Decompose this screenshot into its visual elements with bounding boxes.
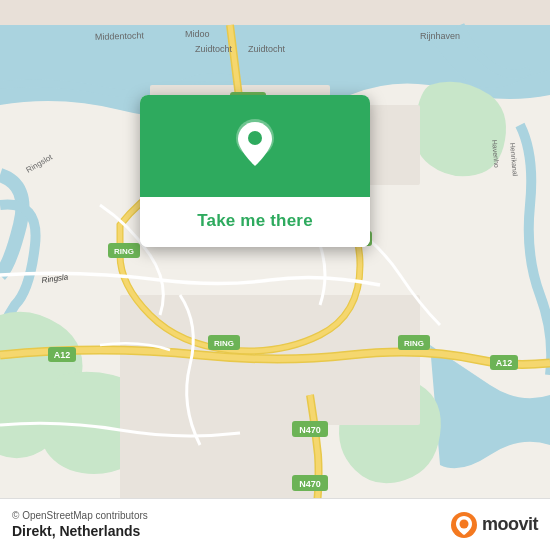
moovit-icon — [450, 511, 478, 539]
osm-attribution: © OpenStreetMap contributors — [12, 510, 148, 521]
location-pin-icon — [228, 117, 282, 171]
svg-text:A12: A12 — [496, 358, 513, 368]
moovit-text: moovit — [482, 514, 538, 535]
svg-text:N470: N470 — [299, 479, 321, 489]
svg-text:N470: N470 — [299, 425, 321, 435]
svg-point-34 — [248, 131, 262, 145]
svg-text:Rijnhaven: Rijnhaven — [420, 31, 460, 41]
bottom-bar: © OpenStreetMap contributors Direkt, Net… — [0, 498, 550, 550]
popup-card: Take me there — [140, 95, 370, 247]
svg-text:Middentocht: Middentocht — [95, 30, 145, 42]
svg-text:RING: RING — [114, 247, 134, 256]
svg-text:Zuidtocht: Zuidtocht — [195, 44, 233, 54]
moovit-logo: moovit — [450, 511, 538, 539]
location-name: Direkt, Netherlands — [12, 523, 148, 539]
svg-text:Zuidtocht: Zuidtocht — [248, 44, 286, 54]
popup-button-area: Take me there — [140, 197, 370, 247]
svg-point-36 — [459, 519, 468, 528]
svg-text:RING: RING — [214, 339, 234, 348]
svg-text:A12: A12 — [54, 350, 71, 360]
popup-green-area — [140, 95, 370, 197]
svg-text:RING: RING — [404, 339, 424, 348]
take-me-there-button[interactable]: Take me there — [189, 207, 321, 235]
map-container: N206 A12 A12 RING RING RING RING N470 N4… — [0, 0, 550, 550]
svg-text:Midoo: Midoo — [185, 29, 210, 39]
bottom-left-info: © OpenStreetMap contributors Direkt, Net… — [12, 510, 148, 539]
